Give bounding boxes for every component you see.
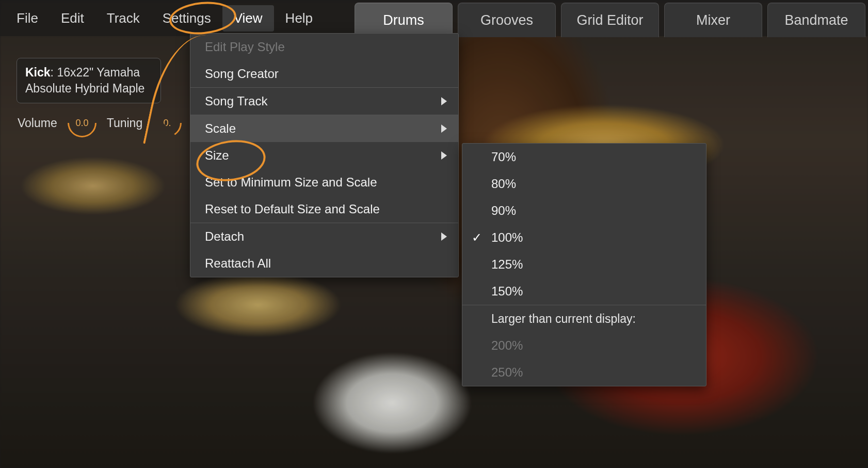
submenu-arrow-icon (441, 151, 447, 160)
menu-item-detach[interactable]: Detach (190, 223, 458, 250)
scale-option-125[interactable]: 125% (462, 251, 706, 278)
instrument-label: Kick (25, 66, 51, 79)
volume-knob[interactable]: 0.0 (61, 102, 102, 143)
instrument-controls: Volume 0.0 Tuning 0. (18, 108, 182, 137)
instrument-sep: : (51, 66, 57, 79)
tuning-label: Tuning (107, 116, 142, 130)
volume-value: 0.0 (75, 118, 88, 129)
menu-item-reattach[interactable]: Reattach All (190, 250, 458, 277)
scale-option-100[interactable]: ✓ 100% (462, 224, 706, 251)
menu-item-min-size[interactable]: Set to Minimum Size and Scale (190, 169, 458, 196)
menu-item-label: Size (205, 148, 229, 163)
submenu-arrow-icon (441, 124, 447, 133)
scale-larger-header: Larger than current display: (462, 305, 706, 332)
tab-mixer[interactable]: Mixer (664, 3, 762, 37)
scale-option-80[interactable]: 80% (462, 170, 706, 197)
instrument-info[interactable]: Kick: 16x22" Yamaha Absolute Hybrid Mapl… (17, 58, 161, 103)
scale-option-200: 200% (462, 332, 706, 359)
menu-file[interactable]: File (5, 5, 50, 32)
scale-option-70[interactable]: 70% (462, 144, 706, 170)
tab-grid-editor[interactable]: Grid Editor (561, 3, 659, 37)
menu-track[interactable]: Track (95, 5, 151, 32)
menu-item-label: Song Track (205, 94, 267, 108)
scale-option-label: 100% (491, 230, 523, 245)
scale-option-250: 250% (462, 359, 706, 386)
menu-item-reset[interactable]: Reset to Default Size and Scale (190, 196, 458, 223)
tab-bandmate[interactable]: Bandmate (767, 3, 865, 37)
menu-item-song-track[interactable]: Song Track (190, 88, 458, 115)
scale-option-90[interactable]: 90% (462, 197, 706, 224)
scale-submenu: 70% 80% 90% ✓ 100% 125% 150% Larger than… (462, 143, 706, 386)
menu-settings[interactable]: Settings (151, 5, 222, 32)
submenu-arrow-icon (441, 97, 447, 105)
menu-help[interactable]: Help (274, 5, 324, 32)
tab-drums[interactable]: Drums (355, 3, 453, 37)
main-tabs: Drums Grooves Grid Editor Mixer Bandmate (355, 0, 868, 37)
menu-item-scale[interactable]: Scale (190, 115, 458, 142)
menu-item-song-creator[interactable]: Song Creator (190, 60, 458, 87)
volume-label: Volume (18, 116, 57, 130)
menu-item-size[interactable]: Size (190, 142, 458, 169)
menu-edit[interactable]: Edit (50, 5, 95, 32)
menu-item-label: Detach (205, 229, 244, 244)
scale-option-150[interactable]: 150% (462, 278, 706, 305)
tab-grooves[interactable]: Grooves (458, 3, 556, 37)
menu-view[interactable]: View (222, 5, 274, 32)
view-dropdown: Edit Play Style Song Creator Song Track … (190, 33, 459, 277)
menu-item-label: Scale (205, 121, 236, 136)
tuning-knob[interactable]: 0. (147, 102, 188, 143)
submenu-arrow-icon (441, 232, 447, 241)
menu-item-edit-play-style: Edit Play Style (190, 34, 458, 60)
tuning-value: 0. (164, 118, 171, 129)
checkmark-icon: ✓ (472, 230, 482, 245)
